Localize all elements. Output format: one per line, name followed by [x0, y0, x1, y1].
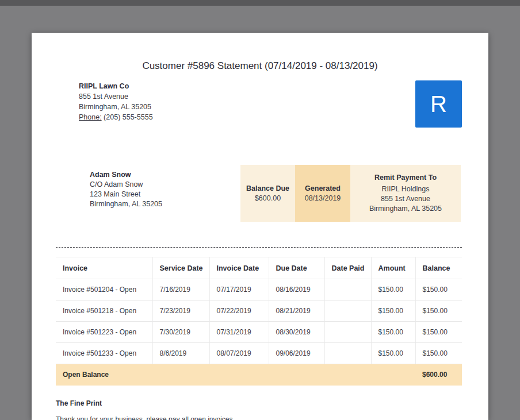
- generated-box: Generated 08/13/2019: [295, 165, 350, 222]
- cell-date-paid: [324, 300, 371, 322]
- fine-print-title: The Fine Print: [56, 399, 102, 407]
- company-address-line1: 855 1st Avenue: [79, 91, 153, 102]
- cell-due-date: 08/16/2019: [269, 279, 324, 300]
- cell-service-date: 7/30/2019: [152, 322, 209, 343]
- cell-invoice-date: 07/22/2019: [209, 300, 269, 322]
- customer-line1: C/O Adam Snow: [90, 180, 162, 190]
- customer-info: Adam Snow C/O Adam Snow 123 Main Street …: [90, 170, 162, 209]
- remit-line3: Birmingham, AL 35205: [369, 204, 442, 214]
- cell-amount: $150.00: [371, 279, 415, 300]
- remit-line2: 855 1st Avenue: [381, 194, 430, 204]
- dashed-divider: [56, 247, 462, 248]
- company-name: RIIPL Lawn Co: [79, 81, 153, 91]
- cell-amount: $150.00: [371, 300, 415, 322]
- balance-due-value: $600.00: [255, 194, 281, 202]
- cell-invoice: Invoice #501204 - Open: [56, 279, 152, 300]
- cell-balance: $150.00: [415, 300, 462, 322]
- cell-invoice-date: 07/17/2019: [209, 279, 269, 300]
- balance-due-label: Balance Due: [246, 184, 289, 192]
- open-balance-label: Open Balance: [56, 364, 415, 386]
- customer-line3: Birmingham, AL 35205: [90, 199, 162, 209]
- cell-due-date: 09/06/2019: [269, 343, 324, 364]
- header-service-date: Service Date: [152, 257, 209, 279]
- remit-box: Remit Payment To RIIPL Holdings 855 1st …: [350, 165, 461, 222]
- cell-service-date: 8/6/2019: [152, 343, 209, 364]
- page-title: Customer #5896 Statement (07/14/2019 - 0…: [32, 60, 488, 72]
- open-balance-value: $600.00: [415, 364, 462, 386]
- company-info: RIIPL Lawn Co 855 1st Avenue Birmingham,…: [79, 81, 153, 122]
- phone-label: Phone:: [79, 113, 102, 121]
- customer-line2: 123 Main Street: [90, 190, 162, 199]
- cell-balance: $150.00: [415, 279, 462, 300]
- company-logo: R: [415, 80, 462, 128]
- table-row: Invoice #501218 - Open 7/23/2019 07/22/2…: [56, 300, 462, 322]
- cell-balance: $150.00: [415, 343, 462, 364]
- open-balance-row: Open Balance $600.00: [56, 364, 462, 386]
- generated-value: 08/13/2019: [305, 194, 341, 202]
- cell-amount: $150.00: [371, 343, 415, 364]
- fine-print-text: Thank you for your business, please pay …: [56, 415, 233, 420]
- cell-invoice-date: 07/31/2019: [209, 322, 269, 343]
- cell-invoice-date: 08/07/2019: [209, 343, 269, 364]
- header-invoice-date: Invoice Date: [209, 257, 269, 279]
- cell-invoice: Invoice #501218 - Open: [56, 300, 152, 322]
- company-phone: Phone: (205) 555-5555: [79, 112, 153, 122]
- table-row: Invoice #501233 - Open 8/6/2019 08/07/20…: [56, 343, 462, 364]
- cell-amount: $150.00: [371, 322, 415, 343]
- header-invoice: Invoice: [56, 257, 152, 279]
- invoice-table: Invoice Service Date Invoice Date Due Da…: [56, 257, 462, 386]
- table-row: Invoice #501223 - Open 7/30/2019 07/31/2…: [56, 322, 462, 343]
- phone-value: (205) 555-5555: [104, 113, 152, 121]
- summary-boxes: Balance Due $600.00 Generated 08/13/2019…: [240, 165, 461, 222]
- generated-label: Generated: [305, 184, 341, 192]
- logo-letter: R: [430, 91, 447, 117]
- cell-date-paid: [324, 322, 371, 343]
- company-address-line2: Birmingham, AL 35205: [79, 102, 153, 112]
- statement-page: Customer #5896 Statement (07/14/2019 - 0…: [32, 33, 488, 420]
- cell-due-date: 08/21/2019: [269, 300, 324, 322]
- header-due-date: Due Date: [269, 257, 324, 279]
- cell-invoice: Invoice #501233 - Open: [56, 343, 152, 364]
- balance-due-box: Balance Due $600.00: [240, 165, 295, 222]
- header-balance: Balance: [415, 257, 462, 279]
- remit-line1: RIIPL Holdings: [382, 184, 430, 194]
- table-row: Invoice #501204 - Open 7/16/2019 07/17/2…: [56, 279, 462, 300]
- table-header-row: Invoice Service Date Invoice Date Due Da…: [56, 257, 462, 279]
- customer-name: Adam Snow: [90, 170, 162, 180]
- window-top-strip: [0, 0, 520, 6]
- cell-service-date: 7/16/2019: [152, 279, 209, 300]
- cell-service-date: 7/23/2019: [152, 300, 209, 322]
- cell-due-date: 08/30/2019: [269, 322, 324, 343]
- header-amount: Amount: [371, 257, 415, 279]
- cell-invoice: Invoice #501223 - Open: [56, 322, 152, 343]
- header-date-paid: Date Paid: [324, 257, 371, 279]
- cell-balance: $150.00: [415, 322, 462, 343]
- cell-date-paid: [324, 279, 371, 300]
- cell-date-paid: [324, 343, 371, 364]
- remit-label: Remit Payment To: [374, 173, 437, 183]
